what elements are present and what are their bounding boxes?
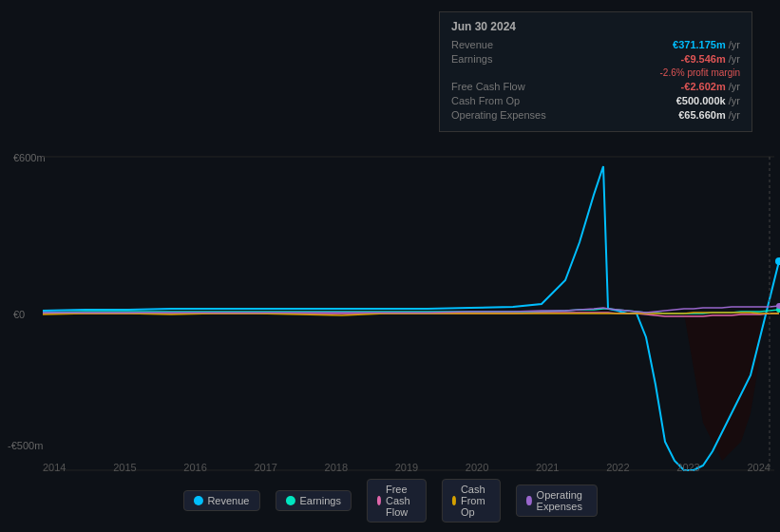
tooltip-label-cfo: Cash From Op bbox=[451, 95, 546, 106]
tooltip-title: Jun 30 2024 bbox=[451, 20, 740, 33]
tooltip-row-opex: Operating Expenses €65.660m /yr bbox=[451, 109, 740, 121]
x-label-2021: 2021 bbox=[536, 462, 559, 473]
x-label-2022: 2022 bbox=[606, 462, 629, 473]
tooltip-box: Jun 30 2024 Revenue €371.175m /yr Earnin… bbox=[439, 11, 752, 132]
x-label-2020: 2020 bbox=[466, 462, 488, 473]
legend-label-earnings: Earnings bbox=[299, 495, 340, 506]
tooltip-value-cfo: €500.000k bbox=[676, 95, 726, 106]
legend-dot-opex bbox=[526, 496, 531, 505]
x-label-2016: 2016 bbox=[183, 462, 206, 473]
tooltip-value-fcf: -€2.602m bbox=[681, 81, 726, 92]
tooltip-value-earnings: -€9.546m bbox=[681, 53, 726, 65]
svg-point-5 bbox=[775, 257, 780, 265]
legend-item-fcf[interactable]: Free Cash Flow bbox=[367, 479, 427, 522]
svg-marker-3 bbox=[608, 314, 760, 461]
legend-item-cfo[interactable]: Cash From Op bbox=[442, 479, 502, 522]
legend-dot-fcf bbox=[377, 496, 381, 505]
chart-container: Jun 30 2024 Revenue €371.175m /yr Earnin… bbox=[0, 0, 780, 532]
tooltip-label-earnings: Earnings bbox=[451, 53, 546, 65]
legend-item-earnings[interactable]: Earnings bbox=[275, 490, 351, 511]
x-label-2014: 2014 bbox=[43, 462, 66, 473]
x-label-2017: 2017 bbox=[254, 462, 276, 473]
svg-point-7 bbox=[776, 303, 780, 309]
tooltip-row-earnings: Earnings -€9.546m /yr bbox=[451, 53, 740, 65]
x-label-2018: 2018 bbox=[325, 462, 348, 473]
x-axis-labels: 2014 2015 2016 2017 2018 2019 2020 2021 … bbox=[43, 462, 770, 473]
tooltip-label-opex: Operating Expenses bbox=[451, 109, 546, 121]
legend-label-revenue: Revenue bbox=[207, 495, 249, 506]
legend-label-opex: Operating Expenses bbox=[537, 489, 587, 512]
x-label-2015: 2015 bbox=[113, 462, 136, 473]
legend-dot-revenue bbox=[193, 496, 202, 505]
tooltip-value-revenue: €371.175m bbox=[673, 39, 726, 50]
tooltip-row-fcf: Free Cash Flow -€2.602m /yr bbox=[451, 81, 740, 92]
legend-dot-earnings bbox=[285, 496, 295, 505]
x-label-2024: 2024 bbox=[747, 462, 770, 473]
x-label-2019: 2019 bbox=[395, 462, 418, 473]
x-label-2023: 2023 bbox=[676, 462, 699, 473]
tooltip-value-opex: €65.660m bbox=[678, 109, 726, 121]
tooltip-row-cfo: Cash From Op €500.000k /yr bbox=[451, 95, 740, 106]
tooltip-label-revenue: Revenue bbox=[451, 39, 546, 50]
tooltip-row-revenue: Revenue €371.175m /yr bbox=[451, 39, 740, 50]
main-chart bbox=[0, 147, 780, 480]
legend-item-opex[interactable]: Operating Expenses bbox=[516, 484, 597, 517]
legend-item-revenue[interactable]: Revenue bbox=[182, 490, 259, 511]
tooltip-profit-margin: -2.6% profit margin bbox=[660, 67, 740, 78]
legend-label-fcf: Free Cash Flow bbox=[386, 484, 416, 518]
tooltip-label-fcf: Free Cash Flow bbox=[451, 81, 546, 92]
legend-label-cfo: Cash From Op bbox=[461, 484, 490, 518]
legend-dot-cfo bbox=[452, 496, 456, 505]
chart-legend: Revenue Earnings Free Cash Flow Cash Fro… bbox=[182, 479, 597, 522]
